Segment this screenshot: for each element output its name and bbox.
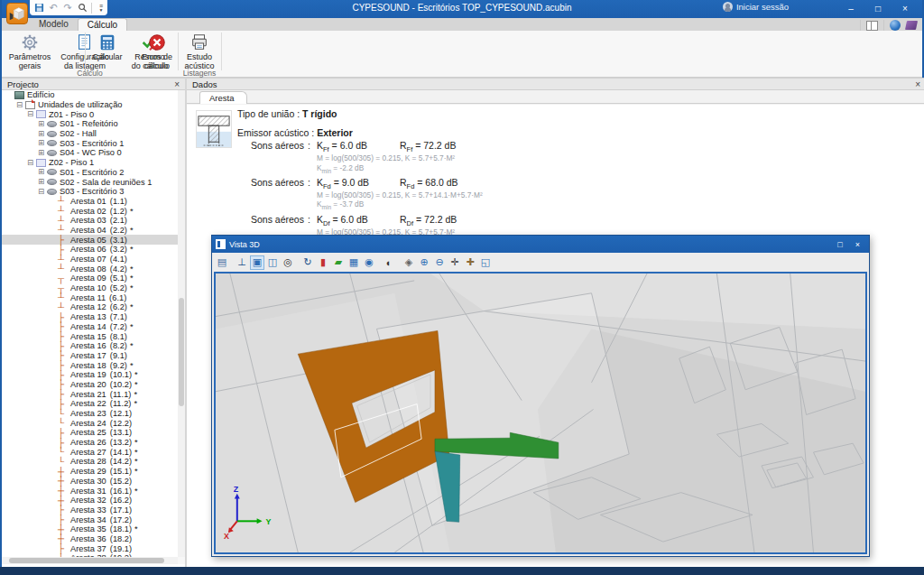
tree-item[interactable]: ⊟S03 - Escritório 3 (2, 187, 178, 197)
pan-icon[interactable]: ✛ (448, 255, 462, 270)
tree-item[interactable]: └Aresta 27(14.1)* (2, 447, 178, 457)
tree-item[interactable]: ⊟Z01 - Piso 0 (2, 109, 178, 119)
tree-item[interactable]: ┼Aresta 36(18.2) (2, 534, 178, 544)
tree-expander-icon[interactable]: ⊞ (37, 139, 45, 147)
tree-item[interactable]: ⊟Unidades de utilização (2, 100, 178, 110)
tree-item[interactable]: ├Aresta 17(9.1) (2, 351, 178, 361)
wireframe-view-icon[interactable]: ◫ (265, 255, 280, 270)
zoom-extents-icon[interactable]: ⊕ (417, 255, 431, 270)
undo-icon[interactable]: ↶ (47, 2, 60, 14)
projecto-close-icon[interactable]: × (174, 79, 180, 89)
tab-modelo[interactable]: Modelo (30, 18, 78, 31)
furniture-icon[interactable]: ▦ (346, 255, 361, 270)
tree-item[interactable]: ⊞S01 - Escritório 2 (2, 168, 178, 178)
tree-item[interactable]: Edifício (2, 90, 178, 100)
erros-de-calculo-button[interactable]: Erros de cálculo (138, 32, 176, 70)
tree-expander-icon[interactable]: ⊞ (37, 120, 45, 128)
tree-item[interactable]: ├Aresta 18(9.2)* (2, 360, 178, 370)
search-icon[interactable] (76, 2, 88, 14)
tree-item[interactable]: ├Aresta 16(8.2)* (2, 341, 178, 351)
parametros-gerais-button[interactable]: Parâmetros gerais (4, 32, 56, 70)
tree-item[interactable]: ├Aresta 25(13.1) (2, 428, 178, 438)
tree-expander-icon[interactable]: ⊟ (26, 110, 34, 118)
tree-item[interactable]: └Aresta 28(14.2)* (2, 457, 178, 467)
tree-vscroll-thumb[interactable] (179, 298, 184, 406)
tree-item[interactable]: ┴Aresta 02(1.2)* (2, 206, 178, 216)
doors-icon[interactable]: ▮ (316, 255, 330, 270)
tree-item[interactable]: ├Aresta 34(17.2) (2, 515, 178, 524)
web-globe-icon[interactable] (890, 20, 901, 31)
tree-horizontal-scrollbar[interactable] (2, 557, 178, 564)
tree-item[interactable]: ┬Aresta 10(5.2)* (2, 283, 178, 293)
tree-item[interactable]: ┼Aresta 30(15.2) (2, 477, 178, 487)
tree-item[interactable]: ├Aresta 14(7.2)* (2, 322, 178, 332)
tree-item[interactable]: ┴Aresta 12(6.2)* (2, 302, 178, 312)
tree-item[interactable]: ┴Aresta 08(4.2)* (2, 264, 178, 274)
tree-item[interactable]: ┴Aresta 04(2.2)* (2, 226, 178, 236)
tree-vertical-scrollbar[interactable] (178, 90, 185, 557)
orbit-icon[interactable]: ✚ (463, 255, 477, 270)
tree-item[interactable]: ├Aresta 06(3.2)* (2, 245, 178, 255)
capture-icon[interactable]: ◱ (478, 255, 493, 270)
tree-item[interactable]: ├Aresta 26(13.2)* (2, 438, 178, 448)
materials-sphere-icon[interactable]: ◉ (362, 255, 376, 270)
calcular-button[interactable]: Calcular (87, 32, 128, 70)
tree-item[interactable]: ⊞S03 - Escritório 1 (2, 138, 178, 148)
tree-item[interactable]: ┴Aresta 07(4.1) (2, 255, 178, 264)
tree-item[interactable]: ⊞S04 - WC Piso 0 (2, 148, 178, 158)
hide-elements-icon[interactable]: ◎ (281, 255, 295, 270)
toolbar-options-icon[interactable]: ≡▼ (95, 2, 107, 14)
dados-close-icon[interactable]: × (915, 79, 920, 89)
zoom-window-icon[interactable]: ⊖ (432, 255, 447, 270)
tree-item[interactable]: ┼Aresta 31(16.1)* (2, 486, 178, 496)
tree-item[interactable]: ├Aresta 37(19.1) (2, 543, 178, 553)
figure-icon[interactable]: ⊥ (235, 255, 249, 270)
tree-item[interactable]: ├Aresta 33(17.1) (2, 505, 178, 515)
scenes-icon[interactable]: ▤ (215, 255, 229, 270)
tab-calculo[interactable]: Cálculo (78, 18, 127, 31)
tree-hscroll-thumb[interactable] (9, 558, 164, 563)
tree-expander-icon[interactable]: ⊞ (37, 149, 45, 157)
documentation-book-icon[interactable] (905, 21, 918, 30)
tree-item[interactable]: ├Aresta 22(11.2)* (2, 399, 178, 409)
tree-item[interactable]: ⊞S01 - Refeitório (2, 119, 178, 129)
tree-item[interactable]: ├Aresta 05(3.1) (2, 235, 178, 245)
tree-item[interactable]: └Aresta 24(12.2) (2, 418, 178, 428)
tree-item[interactable]: ┬Aresta 09(5.1)* (2, 274, 178, 283)
close-button[interactable]: × (892, 0, 919, 17)
maximize-button[interactable]: □ (864, 0, 892, 17)
rotate-model-icon[interactable]: ↻ (300, 255, 315, 270)
minimize-button[interactable]: – (837, 0, 864, 17)
tree-item[interactable]: ├Aresta 20(10.2)* (2, 380, 178, 390)
tree-expander-icon[interactable]: ⊞ (37, 130, 45, 138)
estudo-acustico-button[interactable]: Estudo acústico (180, 32, 219, 70)
tree-item[interactable]: ┴Aresta 11(6.1) (2, 292, 178, 302)
tree-item[interactable]: ┼Aresta 32(16.2) (2, 496, 178, 505)
tree-item[interactable]: ⊞S02 - Hall (2, 129, 178, 139)
tree-item[interactable]: ┴Aresta 01(1.1) (2, 197, 178, 207)
tree-item[interactable]: ┴Aresta 03(2.1) (2, 216, 178, 226)
save-icon[interactable] (32, 2, 45, 14)
app-logo-icon[interactable] (6, 3, 28, 24)
tree-item[interactable]: ├Aresta 21(11.1)* (2, 389, 178, 399)
tree-item[interactable]: ├Aresta 15(8.1) (2, 331, 178, 341)
tree-expander-icon[interactable]: ⊞ (37, 168, 45, 176)
vista-3d-titlebar[interactable]: Vista 3D □ × (212, 236, 869, 253)
tree-item[interactable]: ┼Aresta 29(15.1)* (2, 467, 178, 477)
tab-aresta[interactable]: Aresta (199, 91, 247, 104)
select-icon[interactable]: ◈ (402, 255, 416, 270)
windows-icon[interactable]: ▰ (331, 255, 346, 270)
sign-in-area[interactable]: Iniciar sessão (723, 2, 789, 12)
vista-close-button[interactable]: × (855, 240, 860, 249)
tree-expander-icon[interactable]: ⊟ (37, 188, 45, 196)
tree-expander-icon[interactable]: ⊞ (37, 178, 45, 186)
tree-item[interactable]: ├Aresta 13(7.1) (2, 312, 178, 322)
tree-item[interactable]: ⊟Z02 - Piso 1 (2, 158, 178, 168)
tree-item[interactable]: └Aresta 23(12.1) (2, 409, 178, 419)
vista-maximize-button[interactable]: □ (837, 240, 842, 249)
vista-3d-viewport[interactable]: Z Y X (214, 272, 867, 554)
visibility-eye-icon[interactable]: ◐ (382, 255, 396, 270)
redo-icon[interactable]: ↷ (61, 2, 74, 14)
solid-view-icon[interactable]: ▣ (250, 255, 264, 270)
tree-item[interactable]: ├Aresta 19(10.1)* (2, 370, 178, 380)
